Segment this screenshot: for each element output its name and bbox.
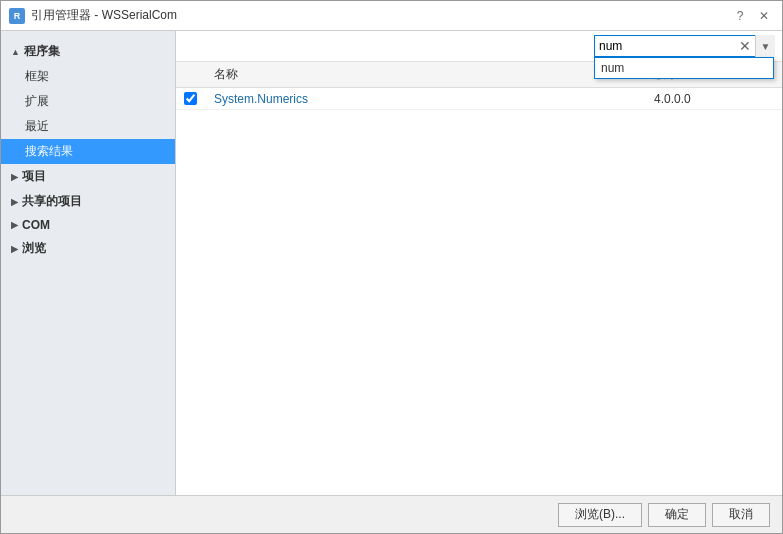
autocomplete-dropdown: num bbox=[594, 57, 774, 79]
title-bar: R 引用管理器 - WSSerialCom ? ✕ bbox=[1, 1, 782, 31]
triangle-icon-browse: ▶ bbox=[11, 244, 18, 254]
title-bar-left: R 引用管理器 - WSSerialCom bbox=[9, 7, 177, 24]
row-checkbox-input-1[interactable] bbox=[184, 92, 197, 105]
sidebar-section-assemblies[interactable]: ▲ 程序集 bbox=[1, 39, 175, 64]
triangle-icon-shared: ▶ bbox=[11, 197, 18, 207]
sidebar-section-projects-label: 项目 bbox=[22, 168, 46, 185]
ok-button[interactable]: 确定 bbox=[648, 503, 706, 527]
sidebar-section-browse-label: 浏览 bbox=[22, 240, 46, 257]
autocomplete-item-num[interactable]: num bbox=[595, 58, 773, 78]
search-dropdown-button[interactable]: ▼ bbox=[755, 35, 775, 57]
close-button[interactable]: ✕ bbox=[754, 6, 774, 26]
col-name-header: 名称 bbox=[214, 66, 654, 83]
triangle-icon-com: ▶ bbox=[11, 220, 18, 230]
triangle-icon-assemblies: ▲ bbox=[11, 47, 20, 57]
sidebar-section-browse[interactable]: ▶ 浏览 bbox=[1, 236, 175, 261]
dialog-icon: R bbox=[9, 8, 25, 24]
sidebar-section-com[interactable]: ▶ COM bbox=[1, 214, 175, 236]
sidebar-section-shared-label: 共享的项目 bbox=[22, 193, 82, 210]
search-input-wrapper: ✕ ▼ bbox=[594, 35, 774, 57]
browse-button[interactable]: 浏览(B)... bbox=[558, 503, 642, 527]
triangle-icon-projects: ▶ bbox=[11, 172, 18, 182]
cancel-button[interactable]: 取消 bbox=[712, 503, 770, 527]
dialog-footer: 浏览(B)... 确定 取消 bbox=[1, 495, 782, 533]
sidebar-item-search-results[interactable]: 搜索结果 bbox=[1, 139, 175, 164]
sidebar: ▲ 程序集 框架 扩展 最近 搜索结果 ▶ 项目 ▶ 共 bbox=[1, 31, 176, 495]
dialog-body: ▲ 程序集 框架 扩展 最近 搜索结果 ▶ 项目 ▶ 共 bbox=[1, 31, 782, 495]
search-input[interactable] bbox=[595, 36, 735, 56]
sidebar-section-projects[interactable]: ▶ 项目 bbox=[1, 164, 175, 189]
row-version-1: 4.0.0.0 bbox=[654, 92, 774, 106]
sidebar-section-com-label: COM bbox=[22, 218, 50, 232]
sidebar-item-recent[interactable]: 最近 bbox=[1, 114, 175, 139]
row-checkbox-1[interactable] bbox=[184, 92, 214, 105]
help-button[interactable]: ? bbox=[730, 6, 750, 26]
sidebar-item-extensions[interactable]: 扩展 bbox=[1, 89, 175, 114]
search-clear-button[interactable]: ✕ bbox=[735, 36, 755, 56]
dialog-root: R 引用管理器 - WSSerialCom ? ✕ ▲ 程序集 框架 扩展 最近 bbox=[0, 0, 783, 534]
table-row[interactable]: System.Numerics 4.0.0.0 bbox=[176, 88, 782, 110]
title-controls: ? ✕ bbox=[730, 6, 774, 26]
search-bar: ✕ ▼ num bbox=[176, 31, 782, 62]
sidebar-section-assemblies-label: 程序集 bbox=[24, 43, 60, 60]
dialog-title: 引用管理器 - WSSerialCom bbox=[31, 7, 177, 24]
sidebar-item-framework[interactable]: 框架 bbox=[1, 64, 175, 89]
main-content: ✕ ▼ num 名称 版本 bbox=[176, 31, 782, 495]
row-name-1: System.Numerics bbox=[214, 92, 654, 106]
table-body: System.Numerics 4.0.0.0 bbox=[176, 88, 782, 495]
sidebar-section-shared-projects[interactable]: ▶ 共享的项目 bbox=[1, 189, 175, 214]
